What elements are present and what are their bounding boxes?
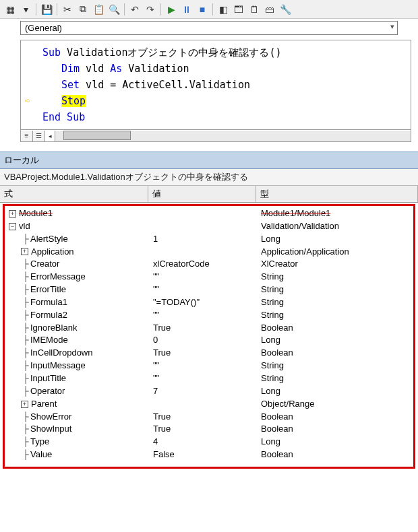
locals-prop-name: Creator [30, 258, 59, 271]
locals-row[interactable]: ├ AlertStyle1Long [5, 233, 413, 246]
tree-tee-icon: ├ [21, 309, 30, 322]
locals-grid-body: + Module1 Module1/Module1 − vld Validati… [3, 204, 415, 469]
locals-prop-value: True [153, 347, 261, 360]
code-kw-as: As [110, 63, 122, 75]
expand-icon[interactable]: + [9, 210, 16, 218]
locals-prop-type: Object/Range [261, 398, 413, 411]
toolbar: ▦ ▾ 💾 ✂ ⧉ 📋 🔍 ↶ ↷ ▶ ⏸ ■ ◧ 🗔 🗒 🗃 🔧 [0, 0, 418, 19]
locals-row[interactable]: ├ ErrorTitle""String [5, 284, 413, 296]
locals-row[interactable]: ├ Formula2""String [5, 309, 413, 322]
locals-prop-value: xlCreatorCode [153, 258, 261, 271]
locals-name: Module1 [19, 207, 53, 220]
locals-row[interactable]: ├ InputMessage""String [5, 360, 413, 372]
tree-tee-icon: ├ [21, 322, 30, 335]
locals-row[interactable]: ├ IMEMode0Long [5, 334, 413, 347]
tree-tee-icon: ├ [21, 233, 30, 246]
locals-row-vld[interactable]: − vld Validation/Validation [5, 220, 413, 233]
tree-tee-icon: ├ [21, 334, 30, 347]
code-editor[interactable]: Sub Validationオブジェクトの中身を確認する() Dim vld A… [20, 40, 411, 130]
tree-tee-icon: ├ [21, 411, 30, 424]
properties-icon[interactable]: 🗒 [247, 2, 262, 17]
locals-row[interactable]: ├ ShowErrorTrueBoolean [5, 411, 413, 424]
copy-icon[interactable]: ⧉ [76, 2, 90, 17]
expand-icon[interactable]: + [21, 248, 28, 255]
locals-row[interactable]: ├ Operator7Long [5, 385, 413, 398]
locals-row[interactable]: ├ CreatorxlCreatorCodeXlCreator [5, 258, 413, 271]
procedure-dropdown-value: (General) [25, 23, 62, 33]
locals-prop-type: String [261, 284, 413, 296]
locals-prop-value: "=TODAY()" [153, 296, 261, 309]
locals-type: Module1/Module1 [261, 208, 330, 218]
tree-tee-icon: ├ [21, 436, 30, 448]
redo-icon[interactable]: ↷ [143, 2, 158, 17]
locals-name: vld [19, 220, 30, 233]
locals-prop-name: IMEMode [30, 334, 68, 347]
expand-icon[interactable]: + [21, 401, 28, 408]
locals-row[interactable]: ├ ShowInputTrueBoolean [5, 423, 413, 436]
locals-prop-name: Value [30, 448, 52, 461]
toolbox-icon[interactable]: 🔧 [278, 2, 293, 17]
locals-prop-value: 0 [153, 334, 261, 347]
locals-row[interactable]: ├ InputTitle""String [5, 372, 413, 385]
locals-prop-name: Operator [30, 385, 65, 398]
locals-prop-type: String [261, 296, 413, 309]
locals-row-module1[interactable]: + Module1 Module1/Module1 [5, 207, 413, 220]
locals-prop-name: IgnoreBlank [30, 322, 77, 335]
locals-prop-type: Boolean [261, 347, 413, 360]
locals-prop-name: Type [30, 436, 49, 448]
locals-prop-name: ErrorTitle [30, 284, 66, 296]
tree-tee-icon: ├ [21, 347, 30, 360]
horizontal-scrollbar[interactable] [55, 131, 411, 141]
full-view-icon[interactable]: ☰ [33, 131, 45, 141]
procedure-dropdown[interactable]: (General) [20, 21, 398, 35]
tree-tee-icon: ├ [21, 385, 30, 398]
browser-icon[interactable]: 🗃 [262, 2, 277, 17]
save-icon[interactable]: 💾 [39, 2, 54, 17]
find-icon[interactable]: 🔍 [107, 2, 121, 17]
code-type: Validation [122, 63, 189, 75]
locals-prop-name: ErrorMessage [30, 271, 86, 284]
scroll-left-icon[interactable]: ◂ [45, 133, 55, 139]
locals-prop-value: False [153, 448, 261, 461]
tree-tee-icon: ├ [21, 372, 30, 385]
project-icon[interactable]: 🗔 [231, 2, 246, 17]
locals-row[interactable]: ├ Type4Long [5, 436, 413, 448]
locals-row[interactable]: ├ ValueFalseBoolean [5, 448, 413, 461]
col-header-expression[interactable]: 式 [0, 186, 148, 202]
locals-context: VBAProject.Module1.Validationオブジェクトの中身を確… [0, 169, 418, 186]
locals-window-title: ローカル [0, 152, 418, 169]
locals-prop-name: AlertStyle [30, 233, 68, 246]
tree-tee-icon: ├ [21, 271, 30, 284]
cut-icon[interactable]: ✂ [60, 2, 75, 17]
scroll-thumb[interactable] [63, 131, 131, 140]
col-header-value[interactable]: 値 [148, 186, 256, 202]
code-kw-set: Set [61, 79, 80, 91]
locals-row[interactable]: ├ ErrorMessage""String [5, 271, 413, 284]
col-header-type[interactable]: 型 [256, 186, 418, 202]
locals-row[interactable]: ├ IgnoreBlankTrueBoolean [5, 322, 413, 335]
undo-icon[interactable]: ↶ [127, 2, 142, 17]
proc-view-icon[interactable]: ≡ [21, 131, 33, 141]
locals-prop-type: Boolean [261, 448, 413, 461]
locals-prop-value: True [153, 411, 261, 424]
collapse-icon[interactable]: − [9, 223, 16, 230]
locals-prop-name: InputMessage [30, 360, 86, 372]
locals-row[interactable]: ├ InCellDropdownTrueBoolean [5, 347, 413, 360]
run-icon[interactable]: ▶ [164, 2, 179, 17]
locals-prop-value: 1 [153, 233, 261, 246]
pause-icon[interactable]: ⏸ [179, 2, 194, 17]
paste-icon[interactable]: 📋 [91, 2, 106, 17]
locals-prop-value: 4 [153, 436, 261, 448]
locals-prop-type: Long [261, 385, 413, 398]
locals-prop-value: 7 [153, 385, 261, 398]
locals-prop-type: Boolean [261, 411, 413, 424]
design-icon[interactable]: ◧ [216, 2, 231, 17]
locals-row[interactable]: + ParentObject/Range [5, 398, 413, 411]
code-kw-stop: Stop [61, 95, 86, 107]
dropdown-icon[interactable]: ▾ [18, 2, 33, 17]
stop-icon[interactable]: ■ [195, 2, 210, 17]
locals-row[interactable]: + ApplicationApplication/Application [5, 246, 413, 259]
locals-row[interactable]: ├ Formula1"=TODAY()"String [5, 296, 413, 309]
locals-prop-name: ShowInput [30, 423, 71, 436]
excel-icon[interactable]: ▦ [3, 2, 18, 17]
